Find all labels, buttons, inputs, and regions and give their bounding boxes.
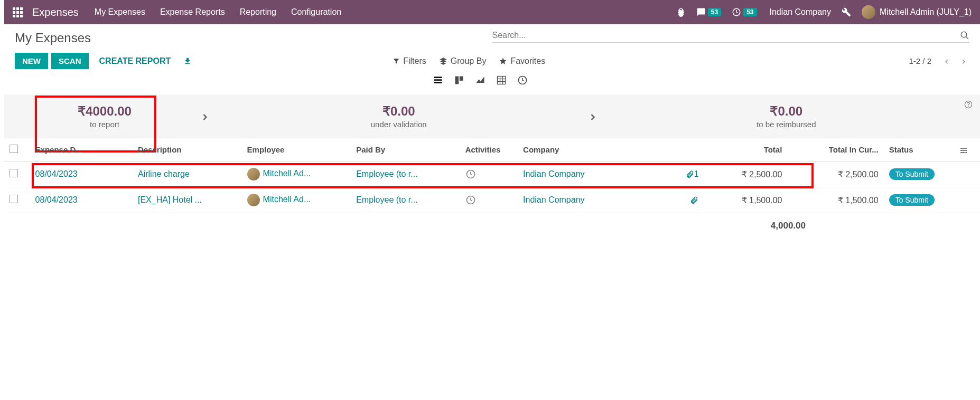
scan-button[interactable]: SCAN <box>51 53 89 69</box>
cell-total: ₹ 1,500.00 <box>704 187 787 213</box>
row-checkbox[interactable] <box>10 195 18 203</box>
expense-table: Expense D... Description Employee Paid B… <box>4 138 980 213</box>
cell-employee: Mitchell Ad... <box>242 187 351 213</box>
to-report-amount: ₹4000.00 <box>15 104 194 119</box>
view-switcher <box>432 74 969 86</box>
summary-bar: ₹4000.00 to report ₹0.00 under validatio… <box>4 94 980 138</box>
footer-total: 4,000.00 <box>4 213 980 239</box>
row-checkbox[interactable] <box>10 169 18 177</box>
chevron-right-icon <box>582 108 603 125</box>
user-menu[interactable]: Mitchell Admin (JULY_1) <box>880 7 972 17</box>
clock-icon <box>465 169 476 179</box>
cell-description: [EX_HA] Hotel ... <box>133 187 242 213</box>
filter-icon <box>393 58 400 65</box>
to-reimburse-label: to be reimbursed <box>603 120 970 129</box>
cell-company: Indian Company <box>518 187 665 213</box>
user-avatar[interactable] <box>862 5 875 19</box>
tools-icon[interactable] <box>842 7 851 17</box>
pager[interactable]: 1-2 / 2 <box>909 56 931 65</box>
layers-icon <box>439 57 447 65</box>
cell-date: 08/04/2023 <box>30 161 133 187</box>
col-company[interactable]: Company <box>518 138 665 161</box>
apps-icon[interactable] <box>13 7 23 17</box>
pager-prev[interactable] <box>941 56 953 65</box>
star-icon <box>499 57 507 65</box>
chevron-right-icon <box>194 108 216 125</box>
nav-reporting[interactable]: Reporting <box>240 7 276 17</box>
cell-status: To Submit <box>884 187 955 213</box>
view-graph-icon[interactable] <box>474 74 486 86</box>
col-status[interactable]: Status <box>884 138 955 161</box>
svg-line-2 <box>966 37 968 40</box>
cell-activities[interactable] <box>460 187 518 213</box>
svg-rect-4 <box>434 79 442 81</box>
col-date[interactable]: Expense D... <box>30 138 133 161</box>
groupby-button[interactable]: Group By <box>439 56 487 66</box>
view-kanban-icon[interactable] <box>453 74 465 86</box>
svg-point-1 <box>961 32 967 38</box>
pager-next[interactable] <box>958 56 969 65</box>
under-validation-amount: ₹0.00 <box>216 104 582 119</box>
employee-avatar <box>247 194 260 206</box>
favorites-label: Favorites <box>510 56 545 66</box>
employee-avatar <box>247 168 260 180</box>
help-icon[interactable] <box>964 100 973 109</box>
col-employee[interactable]: Employee <box>242 138 351 161</box>
col-total-currency[interactable]: Total In Cur... <box>787 138 883 161</box>
company-selector[interactable]: Indian Company <box>770 7 832 17</box>
status-badge: To Submit <box>889 168 935 180</box>
download-icon[interactable] <box>183 56 192 65</box>
svg-rect-6 <box>455 77 459 84</box>
table-row[interactable]: 08/04/2023 Airline charge Mitchell Ad...… <box>4 161 980 187</box>
view-activity-icon[interactable] <box>517 74 528 86</box>
filters-label: Filters <box>403 56 426 66</box>
cell-activities[interactable] <box>460 161 518 187</box>
debug-icon[interactable] <box>676 7 686 17</box>
nav-my-expenses[interactable]: My Expenses <box>95 7 145 17</box>
to-reimburse-amount: ₹0.00 <box>603 104 970 119</box>
col-activities[interactable]: Activities <box>460 138 518 161</box>
favorites-button[interactable]: Favorites <box>499 56 545 66</box>
control-panel: My Expenses NEW SCAN CREATE REPORT Filte… <box>4 24 980 90</box>
svg-rect-3 <box>434 77 442 78</box>
cell-total: ₹ 2,500.00 <box>704 161 787 187</box>
svg-point-16 <box>966 151 967 153</box>
table-row[interactable]: 08/04/2023 [EX_HA] Hotel ... Mitchell Ad… <box>4 187 980 213</box>
to-report-label: to report <box>15 120 194 129</box>
svg-rect-5 <box>434 82 442 83</box>
search-bar[interactable] <box>492 31 970 43</box>
create-report-button[interactable]: CREATE REPORT <box>99 56 171 66</box>
cell-description: Airline charge <box>133 161 242 187</box>
page-title: My Expenses <box>15 31 492 45</box>
under-validation-label: under validation <box>216 120 582 129</box>
cell-total-currency: ₹ 2,500.00 <box>787 161 883 187</box>
clock-icon <box>465 195 476 205</box>
activities-badge: 53 <box>743 8 757 16</box>
cell-employee: Mitchell Ad... <box>242 161 351 187</box>
search-icon[interactable] <box>960 31 969 40</box>
col-settings-icon[interactable] <box>954 138 980 161</box>
col-description[interactable]: Description <box>133 138 242 161</box>
view-pivot-icon[interactable] <box>496 74 507 86</box>
attachment-icon[interactable] <box>666 187 704 213</box>
svg-rect-8 <box>498 77 506 84</box>
messages-icon[interactable]: 53 <box>696 7 721 17</box>
status-badge: To Submit <box>889 194 935 206</box>
search-input[interactable] <box>492 31 960 40</box>
groupby-label: Group By <box>451 56 487 66</box>
new-button[interactable]: NEW <box>15 53 48 69</box>
col-total[interactable]: Total <box>704 138 787 161</box>
nav-configuration[interactable]: Configuration <box>291 7 341 17</box>
attachment-icon[interactable]: 1 <box>666 161 704 187</box>
messages-badge: 53 <box>708 8 721 16</box>
cell-paidby: Employee (to r... <box>351 187 460 213</box>
col-paidby[interactable]: Paid By <box>351 138 460 161</box>
nav-expense-reports[interactable]: Expense Reports <box>160 7 225 17</box>
top-nav: Expenses My Expenses Expense Reports Rep… <box>4 0 980 24</box>
cell-status: To Submit <box>884 161 955 187</box>
select-all-checkbox[interactable] <box>10 145 18 153</box>
view-list-icon[interactable] <box>432 74 444 86</box>
filters-button[interactable]: Filters <box>393 56 426 66</box>
cell-paidby: Employee (to r... <box>351 161 460 187</box>
activities-icon[interactable]: 53 <box>732 7 757 17</box>
